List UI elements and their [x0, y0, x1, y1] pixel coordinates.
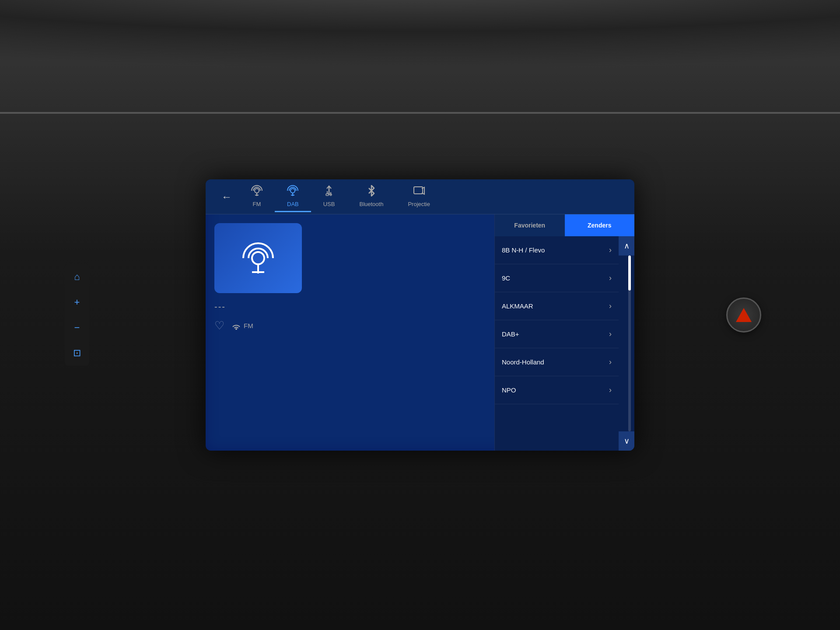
nav-item-bluetooth[interactable]: Bluetooth	[347, 182, 396, 212]
hazard-triangle-icon	[736, 308, 752, 322]
infotainment-screen: ← FM	[206, 179, 634, 451]
dab-label: DAB	[287, 201, 299, 207]
svg-point-0	[255, 189, 259, 193]
station-controls: ♡ FM	[214, 319, 253, 332]
svg-rect-11	[414, 187, 423, 194]
chevron-icon-5: ›	[609, 385, 612, 395]
station-row-4[interactable]: Noord-Holland ›	[495, 348, 619, 376]
signal-text: FM	[244, 322, 253, 329]
station-info: --- ♡ FM	[214, 302, 253, 332]
nav-item-usb[interactable]: USB	[311, 182, 347, 212]
bluetooth-icon	[367, 185, 376, 199]
stations-panel: Favorieten Zenders ∧ 8B N-H / Flevo › 9C…	[494, 214, 634, 451]
station-artwork	[214, 223, 302, 293]
svg-point-15	[235, 328, 237, 330]
station-name: ---	[214, 302, 253, 312]
scroll-down-button[interactable]: ∨	[619, 431, 634, 451]
favorite-button[interactable]: ♡	[214, 319, 224, 332]
usb-label: USB	[323, 201, 335, 207]
chevron-icon-2: ›	[609, 301, 612, 311]
side-control-panel: ⌂ + − ⊡	[65, 264, 89, 366]
station-row-2[interactable]: ALKMAAR ›	[495, 292, 619, 320]
navigation-bar: ← FM	[206, 179, 634, 214]
projectie-icon	[413, 185, 425, 199]
tab-switcher: Favorieten Zenders	[495, 214, 634, 236]
station-rows: 8B N-H / Flevo › 9C › ALKMAAR › DAB+ ›	[495, 236, 634, 404]
steering-wheel-curve	[0, 0, 840, 114]
station-name-3: DAB+	[502, 330, 519, 338]
svg-rect-9	[326, 194, 329, 196]
tab-favorieten[interactable]: Favorieten	[495, 214, 565, 236]
chevron-icon-0: ›	[609, 245, 612, 255]
bluetooth-label: Bluetooth	[359, 201, 383, 207]
station-row-0[interactable]: 8B N-H / Flevo ›	[495, 236, 619, 264]
home-button[interactable]: ⌂	[74, 271, 80, 283]
fm-label: FM	[253, 201, 261, 207]
nav-item-fm[interactable]: FM	[239, 182, 275, 212]
chevron-icon-4: ›	[609, 357, 612, 367]
scroll-track	[628, 256, 631, 431]
usb-icon	[323, 185, 335, 199]
volume-up-button[interactable]: +	[74, 297, 80, 308]
volume-down-button[interactable]: −	[74, 322, 80, 333]
back-button[interactable]: ←	[214, 187, 239, 206]
scroll-up-button[interactable]: ∧	[619, 236, 634, 256]
player-panel: --- ♡ FM	[206, 214, 494, 451]
station-name-1: 9C	[502, 274, 510, 282]
scroll-thumb	[628, 256, 631, 290]
tab-zenders[interactable]: Zenders	[565, 214, 635, 236]
station-name-4: Noord-Holland	[502, 358, 544, 366]
station-row-3[interactable]: DAB+ ›	[495, 320, 619, 348]
station-row-5[interactable]: NPO ›	[495, 376, 619, 404]
fm-icon	[251, 185, 262, 199]
svg-point-12	[252, 252, 264, 264]
dab-icon	[287, 185, 298, 199]
projectie-label: Projectie	[408, 201, 430, 207]
svg-point-3	[290, 189, 295, 193]
station-name-0: 8B N-H / Flevo	[502, 246, 545, 254]
station-name-5: NPO	[502, 386, 516, 394]
chevron-icon-1: ›	[609, 273, 612, 283]
screen-button[interactable]: ⊡	[73, 347, 81, 359]
station-list: ∧ 8B N-H / Flevo › 9C › ALKMAAR ›	[495, 236, 634, 451]
chevron-icon-3: ›	[609, 329, 612, 339]
hazard-button[interactable]	[726, 298, 761, 332]
station-name-2: ALKMAAR	[502, 302, 533, 310]
station-row-1[interactable]: 9C ›	[495, 264, 619, 292]
nav-item-projectie[interactable]: Projectie	[396, 182, 442, 212]
nav-item-dab[interactable]: DAB	[275, 182, 311, 212]
main-content: --- ♡ FM Favorieten	[206, 214, 634, 451]
signal-indicator: FM	[231, 322, 253, 330]
